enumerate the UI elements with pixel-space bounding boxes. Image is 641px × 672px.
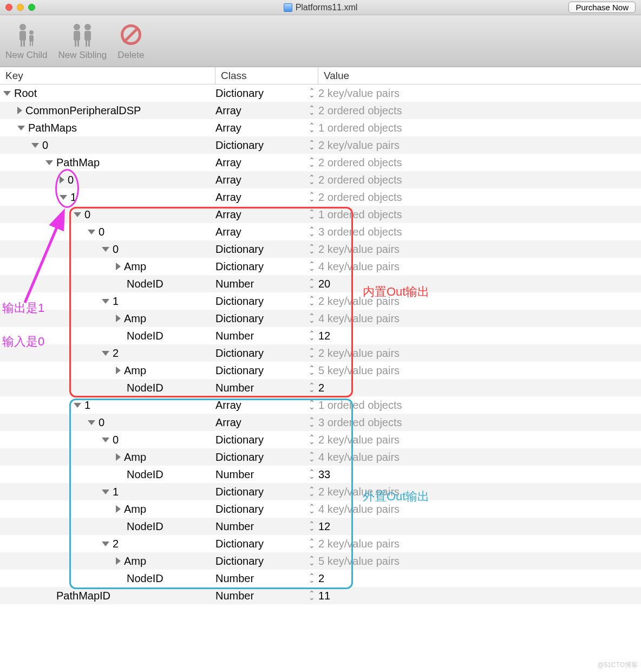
value-label[interactable]: 3 ordered objects <box>318 226 641 238</box>
class-stepper-icon[interactable]: ⌃⌄ <box>309 315 315 322</box>
value-label[interactable]: 4 key/value pairs <box>318 451 641 464</box>
value-label[interactable]: 2 <box>318 382 641 394</box>
value-label[interactable]: 2 key/value pairs <box>318 347 641 360</box>
table-row[interactable]: 0Dictionary⌃⌄2 key/value pairs <box>0 431 641 448</box>
value-label[interactable]: 12 <box>318 520 641 533</box>
disclosure-triangle-icon[interactable] <box>88 230 95 234</box>
class-stepper-icon[interactable]: ⌃⌄ <box>309 228 315 236</box>
class-stepper-icon[interactable]: ⌃⌄ <box>309 107 315 114</box>
class-stepper-icon[interactable]: ⌃⌄ <box>309 540 315 547</box>
value-label[interactable]: 11 <box>318 590 641 602</box>
class-stepper-icon[interactable]: ⌃⌄ <box>309 557 315 565</box>
value-label[interactable]: 5 key/value pairs <box>318 555 641 567</box>
table-row[interactable]: AmpDictionary⌃⌄5 key/value pairs <box>0 362 641 379</box>
table-row[interactable]: 0Dictionary⌃⌄2 key/value pairs <box>0 240 641 258</box>
value-label[interactable]: 4 key/value pairs <box>318 312 641 325</box>
class-stepper-icon[interactable]: ⌃⌄ <box>309 523 315 530</box>
disclosure-triangle-icon[interactable] <box>17 107 22 114</box>
table-row[interactable]: 2Dictionary⌃⌄2 key/value pairs <box>0 344 641 362</box>
table-row[interactable]: 1Array⌃⌄2 ordered objects <box>0 188 641 206</box>
header-class[interactable]: Class <box>215 67 318 84</box>
disclosure-triangle-icon[interactable] <box>102 247 109 252</box>
table-row[interactable]: 0Array⌃⌄3 ordered objects <box>0 223 641 240</box>
disclosure-triangle-icon[interactable] <box>116 453 121 461</box>
disclosure-triangle-icon[interactable] <box>60 195 67 200</box>
table-row[interactable]: AmpDictionary⌃⌄4 key/value pairs <box>0 258 641 275</box>
class-stepper-icon[interactable]: ⌃⌄ <box>309 505 315 513</box>
table-row[interactable]: 0Dictionary⌃⌄2 key/value pairs <box>0 136 641 154</box>
table-row[interactable]: PathMapArray⌃⌄2 ordered objects <box>0 154 641 171</box>
value-label[interactable]: 4 key/value pairs <box>318 260 641 273</box>
value-label[interactable]: 33 <box>318 468 641 481</box>
class-stepper-icon[interactable]: ⌃⌄ <box>309 401 315 409</box>
table-row[interactable]: 0Array⌃⌄2 ordered objects <box>0 171 641 188</box>
disclosure-triangle-icon[interactable] <box>116 263 121 270</box>
table-row[interactable]: 0Array⌃⌄3 ordered objects <box>0 414 641 431</box>
class-stepper-icon[interactable]: ⌃⌄ <box>309 193 315 201</box>
table-row[interactable]: NodeIDNumber⌃⌄20 <box>0 275 641 292</box>
table-row[interactable]: AmpDictionary⌃⌄4 key/value pairs <box>0 500 641 518</box>
disclosure-triangle-icon[interactable] <box>74 212 81 217</box>
table-row[interactable]: AmpDictionary⌃⌄4 key/value pairs <box>0 310 641 327</box>
table-row[interactable]: 1Dictionary⌃⌄2 key/value pairs <box>0 483 641 500</box>
disclosure-triangle-icon[interactable] <box>102 351 109 356</box>
value-label[interactable]: 2 ordered objects <box>318 105 641 117</box>
class-stepper-icon[interactable]: ⌃⌄ <box>309 89 315 97</box>
value-label[interactable]: 3 ordered objects <box>318 416 641 429</box>
table-row[interactable]: 1Array⌃⌄1 ordered objects <box>0 396 641 414</box>
disclosure-triangle-icon[interactable] <box>17 126 25 131</box>
delete-button[interactable]: Delete <box>117 22 144 61</box>
class-stepper-icon[interactable]: ⌃⌄ <box>309 159 315 166</box>
class-stepper-icon[interactable]: ⌃⌄ <box>309 332 315 340</box>
class-stepper-icon[interactable]: ⌃⌄ <box>309 471 315 478</box>
value-label[interactable]: 2 ordered objects <box>318 156 641 169</box>
table-row[interactable]: NodeIDNumber⌃⌄12 <box>0 327 641 344</box>
value-label[interactable]: 12 <box>318 330 641 342</box>
disclosure-triangle-icon[interactable] <box>3 91 11 96</box>
disclosure-triangle-icon[interactable] <box>102 299 109 304</box>
class-stepper-icon[interactable]: ⌃⌄ <box>309 124 315 132</box>
value-label[interactable]: 2 key/value pairs <box>318 87 641 100</box>
class-stepper-icon[interactable]: ⌃⌄ <box>309 488 315 495</box>
class-stepper-icon[interactable]: ⌃⌄ <box>309 436 315 443</box>
table-row[interactable]: AmpDictionary⌃⌄4 key/value pairs <box>0 448 641 466</box>
close-button[interactable] <box>5 4 12 11</box>
class-stepper-icon[interactable]: ⌃⌄ <box>309 384 315 392</box>
disclosure-triangle-icon[interactable] <box>102 541 109 546</box>
disclosure-triangle-icon[interactable] <box>116 367 121 374</box>
class-stepper-icon[interactable]: ⌃⌄ <box>309 419 315 426</box>
class-stepper-icon[interactable]: ⌃⌄ <box>309 263 315 270</box>
class-stepper-icon[interactable]: ⌃⌄ <box>309 592 315 599</box>
value-label[interactable]: 1 ordered objects <box>318 122 641 134</box>
class-stepper-icon[interactable]: ⌃⌄ <box>309 141 315 149</box>
value-label[interactable]: 2 ordered objects <box>318 191 641 204</box>
class-stepper-icon[interactable]: ⌃⌄ <box>309 367 315 374</box>
value-label[interactable]: 1 ordered objects <box>318 399 641 412</box>
header-key[interactable]: Key <box>0 67 215 84</box>
table-row[interactable]: 0Array⌃⌄1 ordered objects <box>0 206 641 223</box>
class-stepper-icon[interactable]: ⌃⌄ <box>309 349 315 357</box>
table-row[interactable]: PathMapsArray⌃⌄1 ordered objects <box>0 119 641 136</box>
disclosure-triangle-icon[interactable] <box>102 438 109 442</box>
disclosure-triangle-icon[interactable] <box>116 315 121 322</box>
value-label[interactable]: 2 key/value pairs <box>318 538 641 550</box>
disclosure-triangle-icon[interactable] <box>116 505 121 513</box>
class-stepper-icon[interactable]: ⌃⌄ <box>309 297 315 305</box>
value-label[interactable]: 2 key/value pairs <box>318 243 641 256</box>
disclosure-triangle-icon[interactable] <box>31 143 39 148</box>
purchase-button[interactable]: Purchase Now <box>568 2 636 13</box>
table-row[interactable]: CommonPeripheralDSPArray⌃⌄2 ordered obje… <box>0 102 641 119</box>
new-sibling-button[interactable]: New Sibling <box>58 22 107 61</box>
value-label[interactable]: 2 key/value pairs <box>318 434 641 446</box>
class-stepper-icon[interactable]: ⌃⌄ <box>309 176 315 184</box>
table-row[interactable]: RootDictionary⌃⌄2 key/value pairs <box>0 84 641 102</box>
value-label[interactable]: 2 <box>318 572 641 585</box>
zoom-button[interactable] <box>28 4 35 11</box>
minimize-button[interactable] <box>17 4 24 11</box>
value-label[interactable]: 2 ordered objects <box>318 174 641 186</box>
table-row[interactable]: NodeIDNumber⌃⌄12 <box>0 518 641 535</box>
table-row[interactable]: 1Dictionary⌃⌄2 key/value pairs <box>0 292 641 310</box>
table-row[interactable]: PathMapIDNumber⌃⌄11 <box>0 587 641 604</box>
table-row[interactable]: NodeIDNumber⌃⌄2 <box>0 570 641 587</box>
disclosure-triangle-icon[interactable] <box>60 176 64 184</box>
